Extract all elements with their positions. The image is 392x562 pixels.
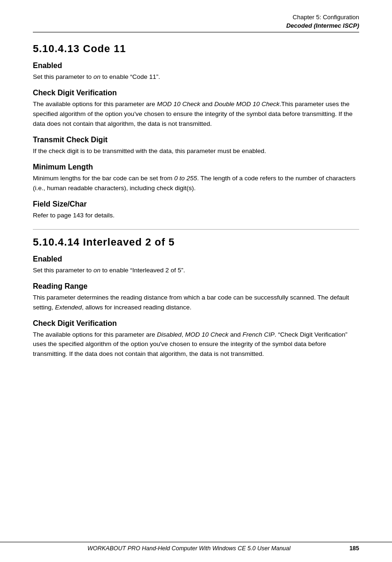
subsection-checkdigit-interleaved25: Check Digit Verification The available o… (33, 319, 359, 360)
section-interleaved25: 5.10.4.14 Interleaved 2 of 5 Enabled Set… (33, 236, 359, 360)
page: Chapter 5: Configuration Decoded (Interm… (0, 0, 392, 562)
subsection-checkdigit-code11: Check Digit Verification The available o… (33, 89, 359, 129)
subsection-text-enabled-interleaved25: Set this parameter to on to enable “Inte… (33, 266, 359, 276)
subsection-text-transmit-code11: If the check digit is to be transmitted … (33, 146, 359, 156)
subsection-text-enabled-code11: Set this parameter to on to enable “Code… (33, 72, 359, 82)
subsection-minlength-code11: Minimum Length Minimum lengths for the b… (33, 163, 359, 193)
subsection-heading-enabled-code11: Enabled (33, 62, 359, 70)
subsection-fieldsize-code11: Field Size/Char Refer to page 143 for de… (33, 200, 359, 221)
section-title-interleaved25: 5.10.4.14 Interleaved 2 of 5 (33, 236, 359, 248)
subsection-text-checkdigit-code11: The available options for this parameter… (33, 100, 359, 129)
section-code11: 5.10.4.13 Code 11 Enabled Set this param… (33, 43, 359, 220)
section-title-code11: 5.10.4.13 Code 11 (33, 43, 359, 55)
subsection-heading-fieldsize-code11: Field Size/Char (33, 200, 359, 208)
subsection-heading-transmit-code11: Transmit Check Digit (33, 136, 359, 144)
header-section: Decoded (Intermec ISCP) (33, 22, 359, 30)
subsection-text-fieldsize-code11: Refer to page 143 for details. (33, 211, 359, 221)
subsection-enabled-code11: Enabled Set this parameter to on to enab… (33, 62, 359, 82)
footer-center: WORKABOUT PRO Hand-Held Computer With Wi… (33, 545, 345, 552)
subsection-text-checkdigit-interleaved25: The available options for this parameter… (33, 330, 359, 360)
subsection-readingrange-interleaved25: Reading Range This parameter determines … (33, 282, 359, 313)
subsection-heading-readingrange-interleaved25: Reading Range (33, 282, 359, 291)
page-header: Chapter 5: Configuration Decoded (Interm… (33, 13, 359, 32)
subsection-transmit-code11: Transmit Check Digit If the check digit … (33, 136, 359, 156)
section-divider (33, 229, 359, 230)
footer-page-number: 185 (345, 545, 359, 552)
subsection-text-minlength-code11: Minimum lengths for the bar code can be … (33, 174, 359, 193)
page-footer: WORKABOUT PRO Hand-Held Computer With Wi… (0, 542, 392, 552)
subsection-enabled-interleaved25: Enabled Set this parameter to on to enab… (33, 255, 359, 276)
subsection-heading-minlength-code11: Minimum Length (33, 163, 359, 171)
subsection-text-readingrange-interleaved25: This parameter determines the reading di… (33, 293, 359, 313)
subsection-heading-checkdigit-code11: Check Digit Verification (33, 89, 359, 97)
subsection-heading-checkdigit-interleaved25: Check Digit Verification (33, 319, 359, 328)
header-chapter: Chapter 5: Configuration (33, 13, 359, 22)
subsection-heading-enabled-interleaved25: Enabled (33, 255, 359, 263)
